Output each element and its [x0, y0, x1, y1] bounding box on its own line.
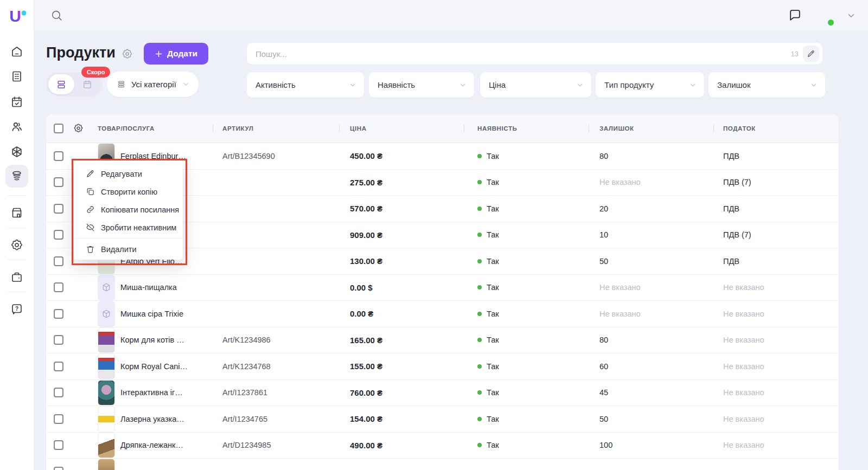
menu-item-copy-link[interactable]: Копіювати посилання: [74, 201, 183, 218]
tax-cell: Не вказано: [723, 301, 764, 327]
column-header-price: ЦІНА: [350, 114, 367, 143]
global-search-button[interactable]: [50, 9, 63, 22]
row-checkbox[interactable]: [54, 388, 63, 397]
status-dot-icon: [477, 233, 482, 237]
sidebar-item-home[interactable]: [5, 40, 28, 63]
stock-cell: 60: [599, 353, 608, 379]
page-settings-button[interactable]: [122, 48, 133, 60]
filter-product-type[interactable]: Тип продукту: [596, 72, 704, 98]
row-checkbox[interactable]: [54, 282, 63, 292]
categories-dropdown[interactable]: Усі категорії: [107, 72, 199, 97]
product-article: Art/I1237861: [222, 380, 267, 406]
search-edit-button[interactable]: [803, 46, 819, 62]
svg-text:?: ?: [15, 306, 18, 312]
table-row[interactable]: [46, 459, 839, 470]
table-settings-button[interactable]: [73, 123, 84, 133]
filter-activity[interactable]: Активність: [247, 72, 364, 98]
product-price: 275.00 ₴: [350, 170, 382, 196]
row-checkbox[interactable]: [54, 335, 63, 345]
availability-text: Так: [487, 310, 499, 318]
row-checkbox[interactable]: [54, 414, 63, 424]
cube-icon: [10, 145, 23, 158]
stack-icon: [10, 170, 23, 183]
sidebar-item-wallet[interactable]: [5, 266, 28, 288]
row-checkbox[interactable]: [54, 256, 63, 266]
filter-price[interactable]: Ціна: [480, 72, 591, 98]
status-dot-icon: [477, 312, 482, 316]
menu-item-delete[interactable]: Видалити: [74, 240, 183, 258]
search-input[interactable]: [254, 49, 791, 59]
table-row[interactable]: Дряпка-лежанк… Art/D1234985 490.00 ₴ Так…: [46, 433, 839, 459]
product-article: Art/K1234768: [222, 353, 271, 379]
row-checkbox[interactable]: [54, 467, 63, 470]
status-dot-icon: [477, 443, 482, 447]
tax-cell: ПДВ: [723, 248, 739, 274]
table-row[interactable]: Мишка сіра Trixie 0.00 ₴ Так Не вказано …: [46, 301, 839, 327]
store-icon: [10, 206, 23, 219]
menu-item-edit[interactable]: Редагувати: [74, 165, 183, 183]
sidebar-item-services[interactable]: [5, 140, 28, 163]
pencil-icon: [807, 49, 815, 58]
sidebar-item-products[interactable]: [5, 165, 28, 188]
stock-cell: 80: [599, 327, 608, 353]
availability-text: Так: [487, 230, 499, 239]
tax-cell: ПДВ (7): [723, 170, 751, 196]
row-checkbox[interactable]: [54, 309, 63, 319]
product-image: [98, 433, 115, 459]
product-price: 570.00 ₴: [350, 196, 382, 222]
row-checkbox[interactable]: [54, 362, 63, 371]
sidebar: U ?: [0, 0, 34, 470]
app-logo[interactable]: U: [7, 6, 28, 27]
chat-button[interactable]: [788, 9, 802, 22]
sidebar-item-bookings[interactable]: [5, 91, 28, 113]
menu-item-duplicate[interactable]: Створити копію: [74, 183, 183, 201]
row-checkbox[interactable]: [54, 204, 63, 214]
product-name: Корм для котів …: [120, 327, 184, 353]
availability-cell: Так: [477, 222, 499, 248]
filter-availability[interactable]: Наявність: [369, 72, 474, 98]
sidebar-item-company[interactable]: [5, 65, 28, 88]
select-all-checkbox[interactable]: [54, 124, 63, 133]
menu-item-deactivate[interactable]: Зробити неактивним: [74, 218, 183, 236]
row-checkbox[interactable]: [54, 177, 63, 187]
chevron-down-icon: [576, 81, 584, 89]
product-name: Мишка сіра Trixie: [120, 301, 183, 327]
sidebar-item-support[interactable]: ?: [5, 298, 28, 320]
availability-text: Так: [487, 283, 499, 292]
availability-text: Так: [487, 257, 499, 266]
column-header-tax: ПОДАТОК: [723, 114, 756, 143]
categories-label: Усі категорії: [131, 80, 176, 89]
table-row[interactable]: Миша-пищалка 0.00 $ Так Не вказано Не вк…: [46, 275, 839, 301]
list-view-icon: [56, 79, 67, 90]
sidebar-item-clients[interactable]: [5, 115, 28, 138]
stock-cell: Не вказано: [599, 275, 641, 301]
status-dot-icon: [477, 338, 482, 342]
sidebar-item-store[interactable]: [5, 201, 28, 224]
product-article: Art/I1234765: [222, 406, 267, 432]
filter-stock[interactable]: Залишок: [709, 72, 825, 98]
plus-icon: [155, 50, 163, 58]
calendar-icon: [82, 79, 93, 90]
status-dot-icon: [477, 364, 482, 369]
product-name: Миша-пищалка: [120, 275, 177, 301]
table-row[interactable]: Інтерактивна іг… Art/I1237861 760.00 ₴ Т…: [46, 380, 839, 407]
status-dot-icon: [477, 285, 482, 289]
stock-cell: Не вказано: [599, 170, 641, 196]
table-row[interactable]: Корм для котів … Art/K1234986 165.00 ₴ Т…: [46, 327, 839, 354]
add-product-button[interactable]: Додати: [144, 43, 208, 65]
availability-cell: Так: [477, 433, 499, 459]
row-checkbox[interactable]: [54, 440, 63, 450]
row-checkbox[interactable]: [54, 230, 63, 240]
user-avatar[interactable]: [814, 5, 834, 26]
table-row[interactable]: Корм Royal Cani… Art/K1234768 155.00 ₴ Т…: [46, 353, 839, 380]
sidebar-item-settings[interactable]: [5, 234, 28, 256]
search-icon: [50, 9, 63, 22]
list-view-button[interactable]: [48, 74, 74, 94]
table-row[interactable]: Лазерна указка… Art/I1234765 154.00 ₴ Та…: [46, 406, 839, 433]
product-price: 0.00 ₴: [350, 301, 373, 327]
trash-icon: [86, 244, 95, 254]
column-header-product: ТОВАР/ПОСЛУГА: [98, 114, 155, 143]
product-image: [98, 459, 115, 470]
row-checkbox[interactable]: [54, 151, 63, 161]
account-menu-button[interactable]: [846, 11, 856, 21]
